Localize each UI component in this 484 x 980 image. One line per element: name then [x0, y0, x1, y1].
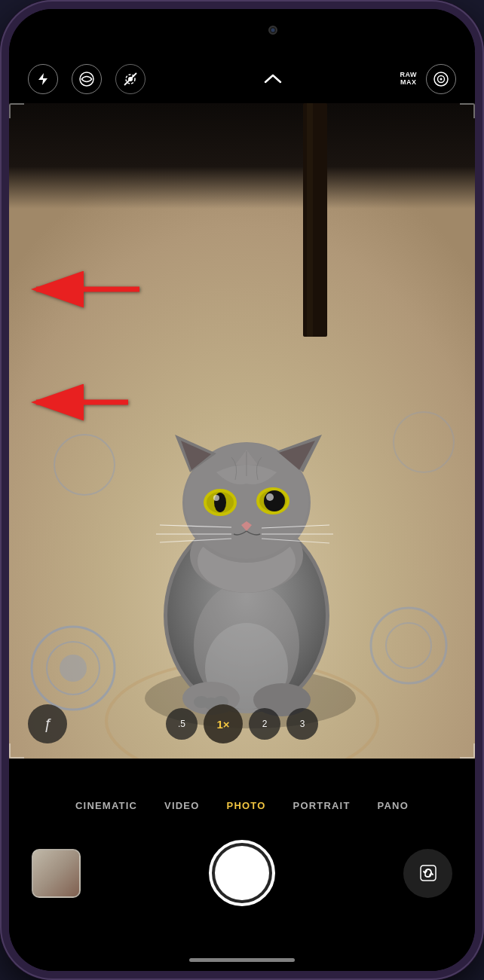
red-arrow-2: [23, 382, 132, 426]
zoom-3-button[interactable]: 3: [286, 708, 318, 740]
zoom-0-5-label: .5: [178, 719, 185, 729]
home-indicator: [189, 958, 295, 962]
phone-screen: RAW MAX: [9, 9, 475, 971]
svg-point-37: [266, 493, 274, 501]
vf-corner-tl: [9, 103, 24, 118]
zoom-2-label: 2: [262, 719, 268, 729]
aperture-button[interactable]: ƒ: [28, 704, 67, 743]
thumbnail-preview: [33, 850, 79, 896]
svg-point-33: [213, 495, 219, 501]
mode-selector: CINEMATIC VIDEO PHOTO PORTRAIT PANO: [9, 790, 475, 820]
zoom-1x-label: 1×: [216, 718, 229, 731]
status-bar: [9, 9, 475, 50]
flip-camera-icon: [416, 861, 440, 885]
cinematic-mode-button[interactable]: CINEMATIC: [62, 797, 151, 814]
photo-mode-label: PHOTO: [227, 800, 266, 811]
shutter-button[interactable]: [209, 840, 275, 906]
portrait-mode-button[interactable]: PORTRAIT: [280, 797, 364, 814]
pano-mode-label: PANO: [378, 800, 409, 811]
shutter-inner-circle: [215, 846, 269, 900]
dynamic-island: [193, 17, 291, 44]
vf-corner-br: [460, 743, 475, 759]
zoom-1x-button[interactable]: 1×: [204, 704, 243, 743]
right-controls: RAW MAX: [400, 64, 457, 94]
flash-button[interactable]: [28, 64, 58, 94]
raw-sub-label: MAX: [400, 79, 418, 87]
video-mode-label: VIDEO: [164, 800, 199, 811]
red-arrow-1: [23, 269, 143, 313]
zoom-2-button[interactable]: 2: [249, 708, 280, 740]
live-photo-button[interactable]: [115, 64, 146, 94]
video-mode-button[interactable]: VIDEO: [151, 797, 213, 814]
flip-camera-button[interactable]: [403, 849, 452, 898]
expand-button[interactable]: [264, 70, 282, 87]
raw-max-indicator[interactable]: RAW MAX: [400, 72, 418, 87]
portrait-mode-label: PORTRAIT: [293, 800, 351, 811]
cinematic-mode-label: CINEMATIC: [75, 800, 137, 811]
viewfinder[interactable]: ƒ .5 1× 2 3: [9, 103, 475, 759]
svg-point-36: [264, 490, 285, 511]
svg-rect-10: [9, 103, 475, 209]
shutter-area: [9, 832, 475, 914]
last-photo-thumbnail[interactable]: [32, 849, 81, 898]
center-controls: [264, 70, 282, 87]
zoom-3-label: 3: [300, 719, 305, 729]
vf-corner-tr: [460, 103, 475, 118]
hdr-button[interactable]: [72, 64, 102, 94]
vf-corner-bl: [9, 743, 24, 759]
zoom-controls: ƒ .5 1× 2 3: [9, 704, 475, 743]
pano-mode-button[interactable]: PANO: [364, 797, 422, 814]
left-controls: [28, 64, 146, 94]
photo-mode-button[interactable]: PHOTO: [213, 797, 280, 814]
front-camera-dot: [268, 26, 277, 35]
svg-point-15: [60, 655, 87, 682]
svg-rect-12: [307, 103, 313, 337]
zoom-0-5-button[interactable]: .5: [166, 708, 198, 740]
bottom-controls: CINEMATIC VIDEO PHOTO PORTRAIT PANO: [9, 741, 475, 971]
svg-rect-11: [303, 103, 327, 337]
camera-preview: ƒ .5 1× 2 3: [9, 103, 475, 759]
phone-frame: RAW MAX: [0, 0, 484, 980]
live-photo-ring-button[interactable]: [426, 64, 456, 94]
aperture-icon: ƒ: [43, 716, 51, 733]
svg-point-6: [440, 78, 443, 80]
camera-top-controls: RAW MAX: [9, 54, 475, 103]
